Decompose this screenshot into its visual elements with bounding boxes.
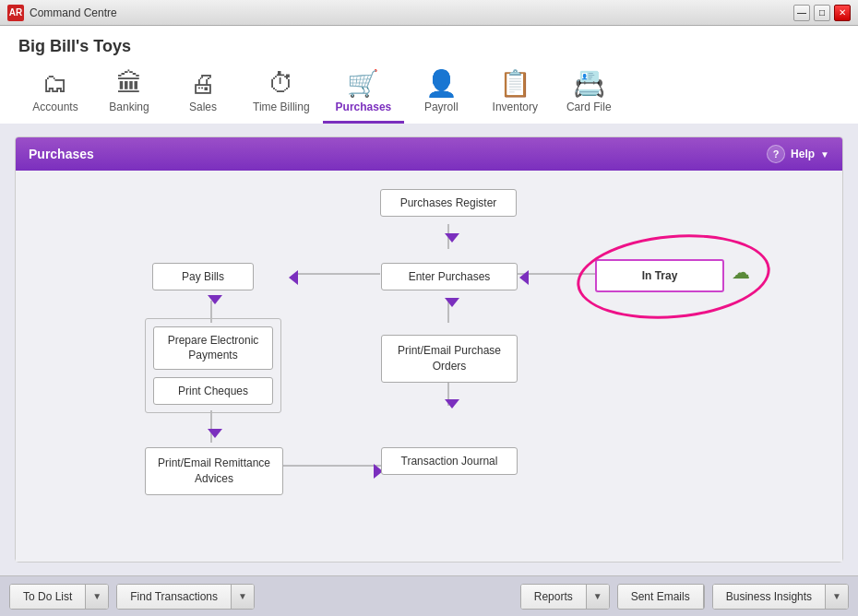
pay-bills-button[interactable]: Pay Bills bbox=[152, 263, 254, 290]
find-transactions-button[interactable]: Find Transactions bbox=[117, 585, 232, 609]
window-title: Command Centre bbox=[30, 6, 117, 19]
payroll-label: Payroll bbox=[424, 101, 459, 113]
app-icon: AR bbox=[7, 5, 24, 21]
bottom-toolbar: To Do List ▼ Find Transactions ▼ Reports… bbox=[0, 575, 858, 616]
company-name: Big Bill's Toys bbox=[18, 37, 840, 56]
arrow-left-2 bbox=[519, 270, 529, 285]
banking-label: Banking bbox=[109, 101, 149, 113]
panel-header: Purchases ? Help ▼ bbox=[16, 137, 842, 171]
main-container: Big Bill's Toys 🗂 Accounts 🏛 Banking 🖨 S… bbox=[0, 26, 858, 616]
enter-purchases-button[interactable]: Enter Purchases bbox=[381, 263, 518, 290]
in-tray-button[interactable]: In Tray bbox=[595, 259, 724, 292]
todo-list-button[interactable]: To Do List bbox=[10, 585, 86, 609]
panel-title: Purchases bbox=[29, 147, 94, 161]
find-transactions-dropdown[interactable]: ▼ bbox=[232, 585, 254, 609]
transaction-journal-button[interactable]: Transaction Journal bbox=[381, 447, 518, 475]
minimize-button[interactable]: — bbox=[793, 5, 810, 21]
tab-cardfile[interactable]: 📇 Card File bbox=[552, 65, 626, 124]
tab-inventory[interactable]: 📋 Inventory bbox=[478, 65, 552, 124]
cardfile-label: Card File bbox=[566, 101, 612, 113]
timebilling-icon: ⏱ bbox=[268, 71, 294, 97]
business-insights-group[interactable]: Business Insights ▼ bbox=[712, 584, 849, 610]
print-cheques-button[interactable]: Print Cheques bbox=[153, 377, 273, 405]
app-header: Big Bill's Toys 🗂 Accounts 🏛 Banking 🖨 S… bbox=[0, 26, 858, 124]
print-email-remittance-button[interactable]: Print/Email Remittance Advices bbox=[145, 447, 283, 495]
arrow-left-1 bbox=[289, 270, 298, 285]
group-box-payments: Prepare Electronic Payments Print Cheque… bbox=[145, 318, 281, 413]
tab-banking[interactable]: 🏛 Banking bbox=[92, 65, 166, 124]
inventory-icon: 📋 bbox=[499, 71, 531, 97]
timebilling-label: Time Billing bbox=[253, 101, 310, 113]
help-icon-button[interactable]: ? bbox=[767, 145, 785, 163]
tab-payroll[interactable]: 👤 Payroll bbox=[404, 65, 478, 124]
accounts-icon: 🗂 bbox=[42, 71, 68, 97]
reports-button[interactable]: Reports bbox=[521, 585, 587, 609]
content-area: Purchases ? Help ▼ bbox=[0, 124, 858, 575]
title-bar-left: AR Command Centre bbox=[7, 5, 117, 21]
close-button[interactable]: ✕ bbox=[834, 5, 851, 21]
sales-label: Sales bbox=[189, 101, 217, 113]
banking-icon: 🏛 bbox=[116, 71, 142, 97]
help-dropdown-icon[interactable]: ▼ bbox=[820, 149, 829, 160]
panel-header-right: ? Help ▼ bbox=[767, 145, 829, 163]
print-email-purchase-orders-button[interactable]: Print/Email Purchase Orders bbox=[381, 335, 518, 383]
help-text: Help bbox=[791, 148, 815, 160]
title-bar-controls[interactable]: — □ ✕ bbox=[793, 5, 851, 21]
find-transactions-group[interactable]: Find Transactions ▼ bbox=[116, 584, 255, 610]
cardfile-icon: 📇 bbox=[573, 71, 605, 97]
payroll-icon: 👤 bbox=[425, 71, 458, 97]
reports-dropdown[interactable]: ▼ bbox=[587, 585, 609, 609]
tab-purchases[interactable]: 🛒 Purchases bbox=[323, 65, 405, 124]
sent-emails-group[interactable]: Sent Emails bbox=[617, 584, 705, 610]
arrow-down-4 bbox=[445, 298, 459, 307]
arrow-down-3 bbox=[208, 429, 222, 438]
business-insights-dropdown[interactable]: ▼ bbox=[826, 585, 848, 609]
tab-sales[interactable]: 🖨 Sales bbox=[166, 65, 240, 124]
tab-accounts[interactable]: 🗂 Accounts bbox=[18, 65, 92, 124]
sent-emails-button[interactable]: Sent Emails bbox=[618, 585, 704, 609]
sales-icon: 🖨 bbox=[190, 71, 216, 97]
title-bar: AR Command Centre — □ ✕ bbox=[0, 0, 858, 26]
purchases-register-button[interactable]: Purchases Register bbox=[380, 189, 517, 217]
business-insights-button[interactable]: Business Insights bbox=[713, 585, 826, 609]
purchases-label: Purchases bbox=[336, 101, 392, 113]
prepare-electronic-button[interactable]: Prepare Electronic Payments bbox=[153, 326, 273, 370]
maximize-button[interactable]: □ bbox=[814, 5, 830, 21]
accounts-label: Accounts bbox=[32, 101, 77, 113]
nav-tabs: 🗂 Accounts 🏛 Banking 🖨 Sales ⏱ Time Bill… bbox=[18, 65, 840, 124]
arrow-down-2 bbox=[208, 295, 222, 304]
reports-group[interactable]: Reports ▼ bbox=[520, 584, 610, 610]
inventory-label: Inventory bbox=[493, 101, 538, 113]
arrow-down-5 bbox=[445, 399, 459, 409]
purchases-panel: Purchases ? Help ▼ bbox=[15, 136, 843, 563]
todo-list-dropdown[interactable]: ▼ bbox=[86, 585, 108, 609]
purchases-icon: 🛒 bbox=[347, 71, 379, 97]
arrow-down-1 bbox=[445, 233, 459, 243]
todo-list-group[interactable]: To Do List ▼ bbox=[9, 584, 109, 610]
cloud-icon: ☁ bbox=[732, 261, 750, 283]
tab-timebilling[interactable]: ⏱ Time Billing bbox=[240, 65, 323, 124]
panel-body: Purchases Register Enter Purchases Pay B… bbox=[16, 171, 842, 562]
